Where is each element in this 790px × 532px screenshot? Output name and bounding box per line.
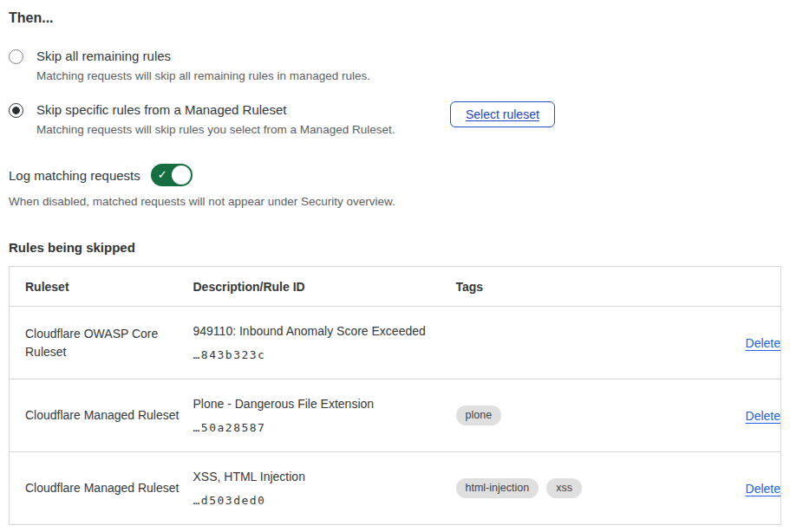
description-cell: XSS, HTML Injection …d503ded0 xyxy=(193,452,456,525)
skip-all-remaining-rules-label[interactable]: Skip all remaining rules xyxy=(36,48,370,64)
column-header-description-rule-id: Description/Rule ID xyxy=(193,267,456,307)
rule-id: …843b323c xyxy=(193,348,456,361)
actions-cell: Delete xyxy=(686,380,781,452)
rule-description: Plone - Dangerous File Extension xyxy=(193,397,456,412)
check-icon: ✓ xyxy=(158,169,167,180)
skip-specific-rules-description: Matching requests will skip rules you se… xyxy=(36,122,395,137)
skip-specific-rules-label[interactable]: Skip specific rules from a Managed Rules… xyxy=(36,101,395,118)
skip-rule-action-form: Then... Skip all remaining rules Matchin… xyxy=(9,10,780,525)
tags-cell xyxy=(456,307,686,380)
tag-pill: xss xyxy=(546,478,582,498)
skip-specific-rules-radio[interactable] xyxy=(9,103,23,118)
tag-pill: html-injection xyxy=(456,478,539,498)
description-cell: Plone - Dangerous File Extension …50a285… xyxy=(193,380,456,452)
log-matching-requests-label: Log matching requests xyxy=(9,168,140,183)
option-skip-specific-rules: Skip specific rules from a Managed Rules… xyxy=(9,101,780,137)
table-row: Cloudflare Managed Ruleset Plone - Dange… xyxy=(10,380,781,452)
toggle-knob xyxy=(172,165,191,185)
rules-being-skipped-table: Ruleset Description/Rule ID Tags Cloudfl… xyxy=(9,266,781,525)
log-matching-requests-row: Log matching requests ✓ xyxy=(9,164,780,186)
log-matching-requests-description: When disabled, matched requests will not… xyxy=(9,195,780,208)
skip-all-remaining-rules-description: Matching requests will skip all remainin… xyxy=(36,68,370,83)
rules-being-skipped-heading: Rules being skipped xyxy=(9,240,780,255)
table-header-row: Ruleset Description/Rule ID Tags xyxy=(10,267,781,307)
option-skip-all-remaining-rules: Skip all remaining rules Matching reques… xyxy=(9,48,780,83)
ruleset-cell: Cloudflare Managed Ruleset xyxy=(10,380,193,452)
table-row: Cloudflare OWASP Core Ruleset 949110: In… xyxy=(10,307,781,380)
ruleset-cell: Cloudflare Managed Ruleset xyxy=(10,452,193,525)
column-header-actions xyxy=(686,267,781,307)
delete-link[interactable]: Delete xyxy=(746,336,780,350)
actions-cell: Delete xyxy=(686,452,781,525)
option-text: Skip specific rules from a Managed Rules… xyxy=(36,101,395,137)
then-heading: Then... xyxy=(9,10,780,26)
rule-description: 949110: Inbound Anomaly Score Exceeded xyxy=(193,324,456,339)
tags-cell: plone xyxy=(456,380,686,452)
rule-description: XSS, HTML Injection xyxy=(193,470,456,484)
actions-cell: Delete xyxy=(686,307,781,380)
log-matching-requests-toggle[interactable]: ✓ xyxy=(151,164,193,186)
rule-id: …50a28587 xyxy=(193,421,456,434)
ruleset-cell: Cloudflare OWASP Core Ruleset xyxy=(10,307,193,380)
table-row: Cloudflare Managed Ruleset XSS, HTML Inj… xyxy=(10,452,781,525)
delete-link[interactable]: Delete xyxy=(746,482,780,496)
delete-link[interactable]: Delete xyxy=(746,409,780,423)
rule-id: …d503ded0 xyxy=(193,494,456,507)
select-ruleset-button[interactable]: Select ruleset xyxy=(450,101,555,127)
tags-cell: html-injectionxss xyxy=(456,452,686,525)
description-cell: 949110: Inbound Anomaly Score Exceeded …… xyxy=(193,307,456,380)
option-text: Skip all remaining rules Matching reques… xyxy=(36,48,370,83)
column-header-tags: Tags xyxy=(456,267,686,307)
column-header-ruleset: Ruleset xyxy=(10,267,193,307)
tag-pill: plone xyxy=(456,405,502,425)
skip-all-remaining-rules-radio[interactable] xyxy=(9,49,23,64)
